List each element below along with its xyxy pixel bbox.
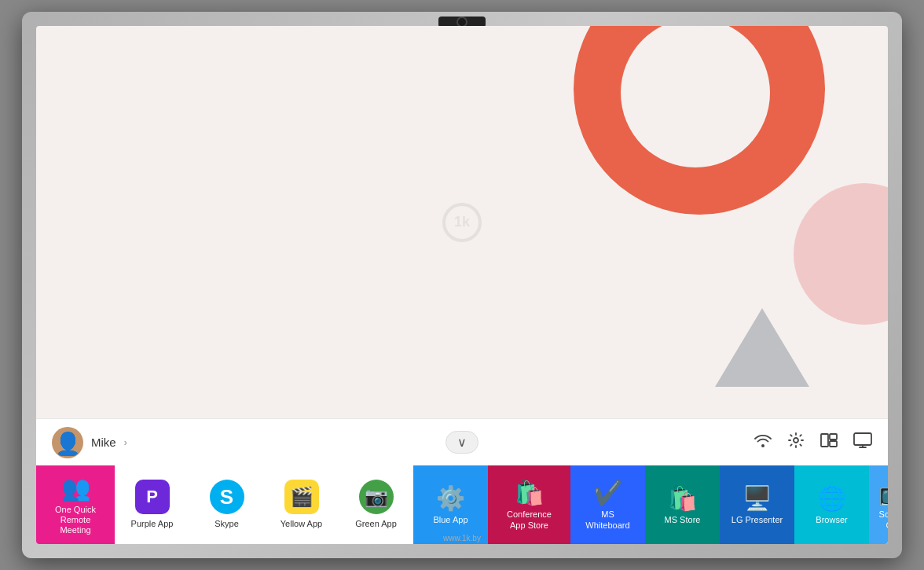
app-ms-store[interactable]: 🛍️ MS Store: [645, 465, 720, 544]
svg-rect-3: [830, 441, 837, 447]
layout-icon[interactable]: [820, 433, 838, 451]
skype-icon: S: [210, 480, 244, 514]
green-label: Green App: [355, 519, 397, 529]
purple-app-label: Purple App: [131, 519, 174, 529]
watermark-url: www.1k.by: [443, 534, 481, 542]
conference-icon: 🛍️: [515, 479, 544, 506]
app-screen-share[interactable]: 📺 Screen C...: [869, 465, 888, 544]
settings-icon[interactable]: [787, 432, 805, 453]
screen: 1k Mike › ∨: [36, 26, 888, 544]
monitor-frame: 1k Mike › ∨: [22, 12, 902, 558]
app-ms-whiteboard[interactable]: ✔️ MS Whiteboard: [570, 465, 645, 544]
blue-app-label: Blue App: [433, 515, 468, 525]
deco-triangle: [715, 308, 809, 387]
ms-whiteboard-icon: ✔️: [593, 479, 622, 506]
avatar: [52, 427, 83, 458]
watermark: 1k: [442, 203, 482, 242]
ms-store-icon: 🛍️: [668, 484, 697, 512]
svg-rect-2: [830, 434, 837, 439]
app-bar: 👥 One QuickRemote Meeting P Purple App S…: [36, 465, 888, 544]
expand-button[interactable]: ∨: [446, 431, 478, 454]
browser-label: Browser: [816, 515, 847, 525]
app-purple[interactable]: P Purple App: [115, 465, 189, 544]
user-chevron: ›: [124, 437, 127, 448]
app-yellow[interactable]: 🎬 Yellow App: [264, 465, 339, 544]
status-icons: [754, 432, 872, 453]
yellow-icon: 🎬: [284, 480, 319, 514]
app-blue[interactable]: ⚙️ Blue App: [413, 465, 488, 544]
app-one-quick[interactable]: 👥 One QuickRemote Meeting: [36, 465, 115, 544]
lg-presenter-label: LG Presenter: [732, 515, 783, 525]
user-section[interactable]: Mike ›: [52, 427, 127, 458]
app-conference[interactable]: 🛍️ ConferenceApp Store: [488, 465, 570, 544]
user-name: Mike: [91, 436, 116, 449]
ms-store-label: MS Store: [665, 515, 701, 525]
display-icon[interactable]: [853, 432, 872, 452]
app-lg-presenter[interactable]: 🖥️ LG Presenter: [720, 465, 794, 544]
svg-rect-1: [821, 434, 828, 447]
skype-label: Skype: [214, 519, 239, 529]
svg-rect-4: [854, 433, 871, 445]
app-skype[interactable]: S Skype: [189, 465, 264, 544]
conference-label: ConferenceApp Store: [507, 509, 552, 530]
chevron-down-icon: ∨: [457, 436, 467, 449]
status-bar: Mike › ∨: [36, 418, 888, 465]
avatar-face: [53, 428, 82, 458]
blue-app-icon: ⚙️: [436, 484, 465, 512]
green-icon: 📷: [359, 480, 394, 514]
lg-presenter-icon: 🖥️: [742, 484, 772, 512]
app-green[interactable]: 📷 Green App: [339, 465, 413, 544]
deco-circle-pink: [794, 183, 888, 325]
one-quick-label: One QuickRemote Meeting: [44, 505, 107, 536]
one-quick-icon: 👥: [61, 474, 90, 502]
watermark-symbol: 1k: [442, 203, 482, 242]
screen-share-label: Screen C...: [877, 509, 888, 530]
purple-app-icon: P: [135, 480, 170, 514]
main-content: 1k: [36, 26, 888, 418]
yellow-label: Yellow App: [280, 519, 322, 529]
wifi-icon[interactable]: [754, 433, 772, 451]
app-browser[interactable]: 🌐 Browser: [794, 465, 869, 544]
svg-point-0: [794, 438, 798, 443]
ms-whiteboard-label: MS Whiteboard: [578, 509, 637, 530]
browser-icon: 🌐: [817, 484, 846, 512]
screen-share-icon: 📺: [878, 479, 889, 506]
